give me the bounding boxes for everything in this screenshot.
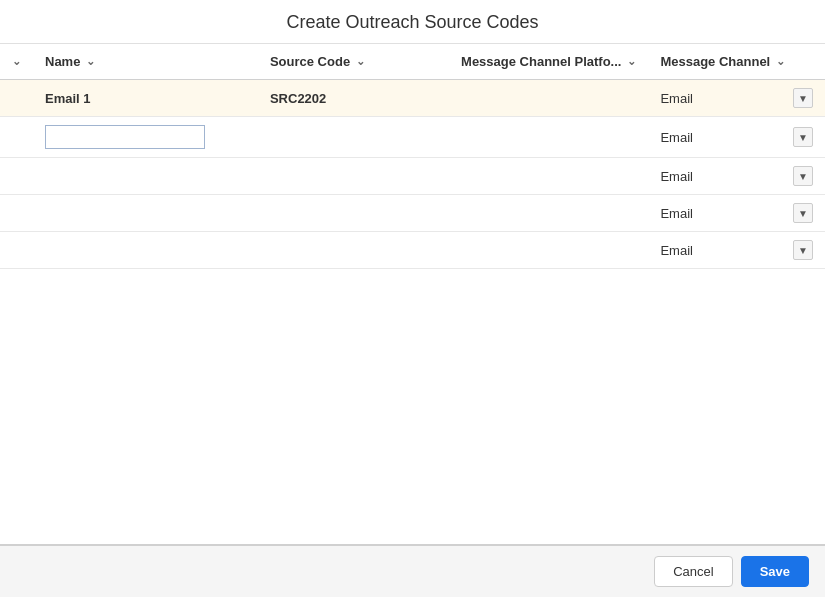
th-msg-channel-label: Message Channel xyxy=(660,54,770,69)
msg-channel-value: Email xyxy=(660,130,693,145)
main-content: ⌄ Name ⌄ Source Code ⌄ xyxy=(0,44,825,544)
table-row: Email▼ xyxy=(0,232,825,269)
name-edit-input[interactable] xyxy=(45,125,205,149)
row-name-cell[interactable] xyxy=(33,158,258,195)
source-sort-icon: ⌄ xyxy=(356,55,365,68)
row-msg-platform-cell xyxy=(449,117,648,158)
msg-channel-value: Email xyxy=(660,206,693,221)
row-check-cell xyxy=(0,80,33,117)
row-check-cell xyxy=(0,232,33,269)
table-row: Email 1SRC2202Email▼ xyxy=(0,80,825,117)
row-source-code-cell xyxy=(258,158,449,195)
msg-channel-dropdown-btn[interactable]: ▼ xyxy=(793,88,813,108)
row-msg-platform-cell xyxy=(449,195,648,232)
save-button[interactable]: Save xyxy=(741,556,809,587)
msg-channel-value: Email xyxy=(660,243,693,258)
row-source-code-cell xyxy=(258,195,449,232)
cancel-button[interactable]: Cancel xyxy=(654,556,732,587)
row-msg-platform-cell xyxy=(449,232,648,269)
row-msg-channel-cell: Email▼ xyxy=(648,195,825,232)
platform-sort-icon: ⌄ xyxy=(627,55,636,68)
channel-sort-icon: ⌄ xyxy=(776,55,785,68)
th-name-label: Name xyxy=(45,54,80,69)
row-name-cell[interactable] xyxy=(33,232,258,269)
table-row: Email▼ xyxy=(0,117,825,158)
row-msg-channel-cell: Email▼ xyxy=(648,117,825,158)
msg-channel-dropdown-btn[interactable]: ▼ xyxy=(793,166,813,186)
row-msg-channel-cell: Email▼ xyxy=(648,232,825,269)
page-title-area: Create Outreach Source Codes xyxy=(0,0,825,44)
table-wrapper: ⌄ Name ⌄ Source Code ⌄ xyxy=(0,44,825,544)
name-sort-icon: ⌄ xyxy=(86,55,95,68)
row-name-cell[interactable] xyxy=(33,195,258,232)
th-msg-platform[interactable]: Message Channel Platfo... ⌄ xyxy=(449,44,648,80)
th-check[interactable]: ⌄ xyxy=(0,44,33,80)
table-row: Email▼ xyxy=(0,158,825,195)
th-name[interactable]: Name ⌄ xyxy=(33,44,258,80)
row-source-code-cell xyxy=(258,117,449,158)
th-source-code[interactable]: Source Code ⌄ xyxy=(258,44,449,80)
check-sort-icon: ⌄ xyxy=(12,55,21,68)
row-check-cell xyxy=(0,117,33,158)
footer-bar: Cancel Save xyxy=(0,544,825,597)
th-msg-platform-label: Message Channel Platfo... xyxy=(461,54,621,69)
th-msg-channel[interactable]: Message Channel ⌄ xyxy=(648,44,825,80)
row-source-code-cell xyxy=(258,232,449,269)
table-body: Email 1SRC2202Email▼Email▼Email▼Email▼Em… xyxy=(0,80,825,269)
row-msg-platform-cell xyxy=(449,80,648,117)
msg-channel-dropdown-btn[interactable]: ▼ xyxy=(793,127,813,147)
row-msg-channel-cell: Email▼ xyxy=(648,80,825,117)
msg-channel-dropdown-btn[interactable]: ▼ xyxy=(793,203,813,223)
row-source-code-cell: SRC2202 xyxy=(258,80,449,117)
row-msg-platform-cell xyxy=(449,158,648,195)
row-check-cell xyxy=(0,195,33,232)
th-source-code-label: Source Code xyxy=(270,54,350,69)
table-row: Email▼ xyxy=(0,195,825,232)
row-msg-channel-cell: Email▼ xyxy=(648,158,825,195)
msg-channel-value: Email xyxy=(660,91,693,106)
page-title: Create Outreach Source Codes xyxy=(286,12,538,32)
table-header: ⌄ Name ⌄ Source Code ⌄ xyxy=(0,44,825,80)
row-check-cell xyxy=(0,158,33,195)
msg-channel-value: Email xyxy=(660,169,693,184)
row-name-cell[interactable]: Email 1 xyxy=(33,80,258,117)
msg-channel-dropdown-btn[interactable]: ▼ xyxy=(793,240,813,260)
data-table: ⌄ Name ⌄ Source Code ⌄ xyxy=(0,44,825,269)
row-name-cell[interactable] xyxy=(33,117,258,158)
